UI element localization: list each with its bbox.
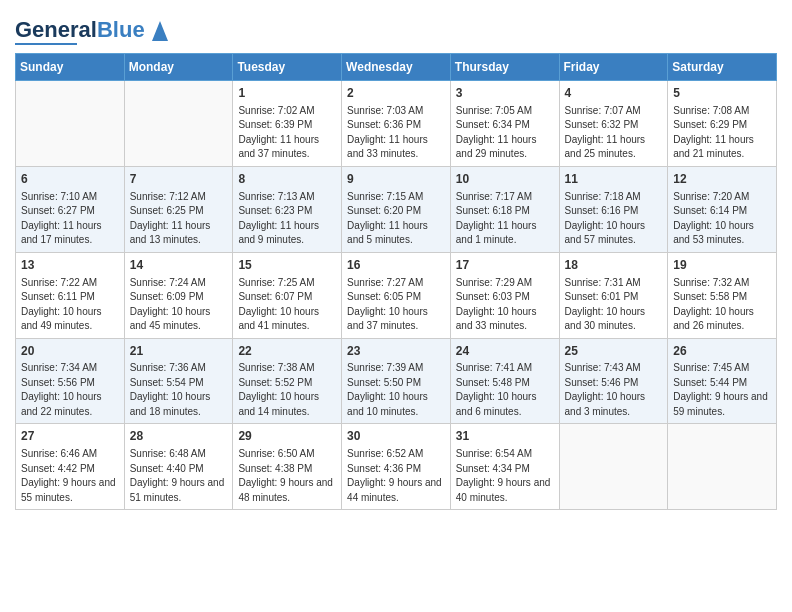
day-info: Sunrise: 7:24 AMSunset: 6:09 PMDaylight:… xyxy=(130,276,228,334)
day-info: Sunrise: 7:41 AMSunset: 5:48 PMDaylight:… xyxy=(456,361,554,419)
day-info: Sunrise: 6:52 AMSunset: 4:36 PMDaylight:… xyxy=(347,447,445,505)
calendar-day-cell: 23Sunrise: 7:39 AMSunset: 5:50 PMDayligh… xyxy=(342,338,451,424)
day-info: Sunrise: 7:45 AMSunset: 5:44 PMDaylight:… xyxy=(673,361,771,419)
day-number: 12 xyxy=(673,171,771,188)
calendar-day-cell: 7Sunrise: 7:12 AMSunset: 6:25 PMDaylight… xyxy=(124,166,233,252)
day-info: Sunrise: 7:39 AMSunset: 5:50 PMDaylight:… xyxy=(347,361,445,419)
calendar-day-cell: 29Sunrise: 6:50 AMSunset: 4:38 PMDayligh… xyxy=(233,424,342,510)
day-info: Sunrise: 7:43 AMSunset: 5:46 PMDaylight:… xyxy=(565,361,663,419)
day-number: 8 xyxy=(238,171,336,188)
calendar-day-cell: 13Sunrise: 7:22 AMSunset: 6:11 PMDayligh… xyxy=(16,252,125,338)
day-number: 15 xyxy=(238,257,336,274)
day-info: Sunrise: 7:03 AMSunset: 6:36 PMDaylight:… xyxy=(347,104,445,162)
day-number: 26 xyxy=(673,343,771,360)
day-info: Sunrise: 7:27 AMSunset: 6:05 PMDaylight:… xyxy=(347,276,445,334)
logo-general: General xyxy=(15,17,97,42)
calendar-day-cell xyxy=(668,424,777,510)
day-number: 10 xyxy=(456,171,554,188)
calendar-day-cell: 2Sunrise: 7:03 AMSunset: 6:36 PMDaylight… xyxy=(342,81,451,167)
calendar-day-cell: 17Sunrise: 7:29 AMSunset: 6:03 PMDayligh… xyxy=(450,252,559,338)
day-info: Sunrise: 7:08 AMSunset: 6:29 PMDaylight:… xyxy=(673,104,771,162)
day-number: 18 xyxy=(565,257,663,274)
day-number: 20 xyxy=(21,343,119,360)
calendar-day-cell xyxy=(124,81,233,167)
calendar-day-cell: 20Sunrise: 7:34 AMSunset: 5:56 PMDayligh… xyxy=(16,338,125,424)
calendar-table: SundayMondayTuesdayWednesdayThursdayFrid… xyxy=(15,53,777,510)
day-number: 21 xyxy=(130,343,228,360)
day-number: 7 xyxy=(130,171,228,188)
day-number: 2 xyxy=(347,85,445,102)
day-info: Sunrise: 6:50 AMSunset: 4:38 PMDaylight:… xyxy=(238,447,336,505)
calendar-week-row: 1Sunrise: 7:02 AMSunset: 6:39 PMDaylight… xyxy=(16,81,777,167)
day-number: 5 xyxy=(673,85,771,102)
day-number: 4 xyxy=(565,85,663,102)
logo-underline xyxy=(15,43,77,45)
logo-blue: Blue xyxy=(97,17,145,42)
day-info: Sunrise: 7:20 AMSunset: 6:14 PMDaylight:… xyxy=(673,190,771,248)
day-info: Sunrise: 6:54 AMSunset: 4:34 PMDaylight:… xyxy=(456,447,554,505)
calendar-day-cell: 19Sunrise: 7:32 AMSunset: 5:58 PMDayligh… xyxy=(668,252,777,338)
calendar-day-cell: 11Sunrise: 7:18 AMSunset: 6:16 PMDayligh… xyxy=(559,166,668,252)
calendar-day-cell: 16Sunrise: 7:27 AMSunset: 6:05 PMDayligh… xyxy=(342,252,451,338)
calendar-week-row: 27Sunrise: 6:46 AMSunset: 4:42 PMDayligh… xyxy=(16,424,777,510)
calendar-day-cell: 30Sunrise: 6:52 AMSunset: 4:36 PMDayligh… xyxy=(342,424,451,510)
calendar-day-cell xyxy=(16,81,125,167)
calendar-day-cell: 18Sunrise: 7:31 AMSunset: 6:01 PMDayligh… xyxy=(559,252,668,338)
calendar-day-cell: 14Sunrise: 7:24 AMSunset: 6:09 PMDayligh… xyxy=(124,252,233,338)
calendar-day-cell: 22Sunrise: 7:38 AMSunset: 5:52 PMDayligh… xyxy=(233,338,342,424)
calendar-day-cell: 12Sunrise: 7:20 AMSunset: 6:14 PMDayligh… xyxy=(668,166,777,252)
weekday-header-monday: Monday xyxy=(124,54,233,81)
weekday-header-thursday: Thursday xyxy=(450,54,559,81)
day-info: Sunrise: 6:46 AMSunset: 4:42 PMDaylight:… xyxy=(21,447,119,505)
weekday-header-wednesday: Wednesday xyxy=(342,54,451,81)
day-info: Sunrise: 7:07 AMSunset: 6:32 PMDaylight:… xyxy=(565,104,663,162)
day-info: Sunrise: 7:10 AMSunset: 6:27 PMDaylight:… xyxy=(21,190,119,248)
calendar-day-cell: 8Sunrise: 7:13 AMSunset: 6:23 PMDaylight… xyxy=(233,166,342,252)
day-info: Sunrise: 7:13 AMSunset: 6:23 PMDaylight:… xyxy=(238,190,336,248)
day-number: 13 xyxy=(21,257,119,274)
day-number: 28 xyxy=(130,428,228,445)
day-number: 9 xyxy=(347,171,445,188)
calendar-day-cell: 25Sunrise: 7:43 AMSunset: 5:46 PMDayligh… xyxy=(559,338,668,424)
weekday-header-friday: Friday xyxy=(559,54,668,81)
calendar-week-row: 20Sunrise: 7:34 AMSunset: 5:56 PMDayligh… xyxy=(16,338,777,424)
day-number: 3 xyxy=(456,85,554,102)
page-header: GeneralBlue xyxy=(15,10,777,45)
day-info: Sunrise: 7:15 AMSunset: 6:20 PMDaylight:… xyxy=(347,190,445,248)
day-number: 22 xyxy=(238,343,336,360)
calendar-day-cell: 27Sunrise: 6:46 AMSunset: 4:42 PMDayligh… xyxy=(16,424,125,510)
calendar-week-row: 6Sunrise: 7:10 AMSunset: 6:27 PMDaylight… xyxy=(16,166,777,252)
day-info: Sunrise: 7:12 AMSunset: 6:25 PMDaylight:… xyxy=(130,190,228,248)
day-info: Sunrise: 7:17 AMSunset: 6:18 PMDaylight:… xyxy=(456,190,554,248)
svg-marker-0 xyxy=(152,21,168,41)
day-info: Sunrise: 7:22 AMSunset: 6:11 PMDaylight:… xyxy=(21,276,119,334)
calendar-day-cell: 4Sunrise: 7:07 AMSunset: 6:32 PMDaylight… xyxy=(559,81,668,167)
day-info: Sunrise: 7:34 AMSunset: 5:56 PMDaylight:… xyxy=(21,361,119,419)
calendar-header-row: SundayMondayTuesdayWednesdayThursdayFrid… xyxy=(16,54,777,81)
calendar-day-cell: 31Sunrise: 6:54 AMSunset: 4:34 PMDayligh… xyxy=(450,424,559,510)
day-info: Sunrise: 6:48 AMSunset: 4:40 PMDaylight:… xyxy=(130,447,228,505)
day-number: 19 xyxy=(673,257,771,274)
calendar-day-cell: 1Sunrise: 7:02 AMSunset: 6:39 PMDaylight… xyxy=(233,81,342,167)
day-info: Sunrise: 7:29 AMSunset: 6:03 PMDaylight:… xyxy=(456,276,554,334)
day-number: 31 xyxy=(456,428,554,445)
day-number: 11 xyxy=(565,171,663,188)
calendar-day-cell: 24Sunrise: 7:41 AMSunset: 5:48 PMDayligh… xyxy=(450,338,559,424)
calendar-day-cell: 26Sunrise: 7:45 AMSunset: 5:44 PMDayligh… xyxy=(668,338,777,424)
day-info: Sunrise: 7:38 AMSunset: 5:52 PMDaylight:… xyxy=(238,361,336,419)
calendar-day-cell: 9Sunrise: 7:15 AMSunset: 6:20 PMDaylight… xyxy=(342,166,451,252)
day-number: 1 xyxy=(238,85,336,102)
day-number: 25 xyxy=(565,343,663,360)
day-number: 14 xyxy=(130,257,228,274)
day-info: Sunrise: 7:36 AMSunset: 5:54 PMDaylight:… xyxy=(130,361,228,419)
logo: GeneralBlue xyxy=(15,18,168,45)
day-number: 17 xyxy=(456,257,554,274)
day-number: 24 xyxy=(456,343,554,360)
calendar-day-cell: 10Sunrise: 7:17 AMSunset: 6:18 PMDayligh… xyxy=(450,166,559,252)
weekday-header-tuesday: Tuesday xyxy=(233,54,342,81)
calendar-day-cell: 21Sunrise: 7:36 AMSunset: 5:54 PMDayligh… xyxy=(124,338,233,424)
calendar-day-cell: 28Sunrise: 6:48 AMSunset: 4:40 PMDayligh… xyxy=(124,424,233,510)
day-info: Sunrise: 7:32 AMSunset: 5:58 PMDaylight:… xyxy=(673,276,771,334)
day-info: Sunrise: 7:18 AMSunset: 6:16 PMDaylight:… xyxy=(565,190,663,248)
logo-triangle-icon xyxy=(152,21,168,41)
